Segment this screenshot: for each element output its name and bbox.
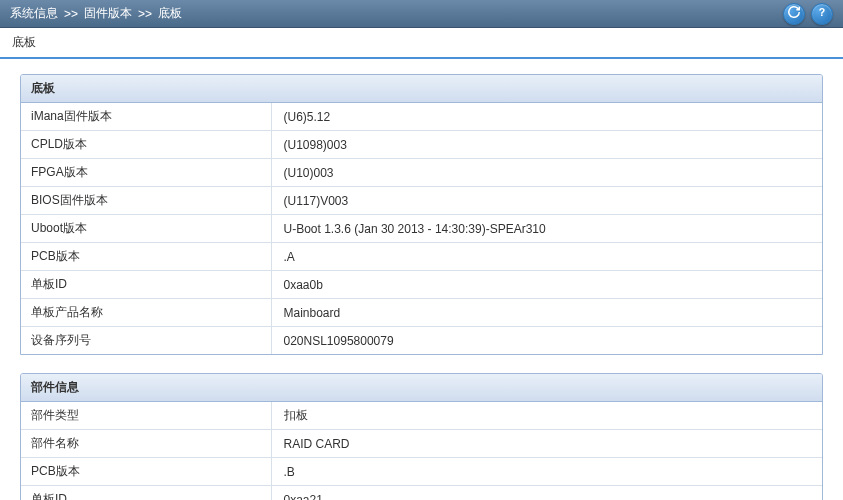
sub-header-title: 底板 [12,35,36,49]
row-value: 0xaa0b [271,271,822,299]
breadcrumb: 系统信息 >> 固件版本 >> 底板 [10,5,182,22]
breadcrumb-item-3[interactable]: 底板 [158,5,182,22]
row-label: 单板ID [21,486,271,501]
svg-text:?: ? [819,6,825,18]
row-value: 0xaa21 [271,486,822,501]
baseboard-table: iMana固件版本 (U6)5.12 CPLD版本 (U1098)003 FPG… [21,103,822,354]
row-label: 设备序列号 [21,327,271,355]
header-actions: ? [783,3,833,25]
table-row: 单板ID 0xaa0b [21,271,822,299]
row-label: PCB版本 [21,243,271,271]
row-label: PCB版本 [21,458,271,486]
row-value: (U10)003 [271,159,822,187]
table-row: PCB版本 .A [21,243,822,271]
row-value: Mainboard [271,299,822,327]
row-label: Uboot版本 [21,215,271,243]
row-value: 020NSL1095800079 [271,327,822,355]
row-label: 部件名称 [21,430,271,458]
row-value: U-Boot 1.3.6 (Jan 30 2013 - 14:30:39)-SP… [271,215,822,243]
row-value: .A [271,243,822,271]
table-row: iMana固件版本 (U6)5.12 [21,103,822,131]
row-label: iMana固件版本 [21,103,271,131]
refresh-icon [787,5,801,22]
row-label: 部件类型 [21,402,271,430]
breadcrumb-sep-2: >> [138,7,152,21]
table-row: 单板产品名称 Mainboard [21,299,822,327]
breadcrumb-item-2[interactable]: 固件版本 [84,5,132,22]
table-row: 部件类型 扣板 [21,402,822,430]
row-value: (U6)5.12 [271,103,822,131]
panel-component-header: 部件信息 [21,374,822,402]
breadcrumb-sep-1: >> [64,7,78,21]
row-label: CPLD版本 [21,131,271,159]
row-label: 单板ID [21,271,271,299]
row-label: 单板产品名称 [21,299,271,327]
row-label: FPGA版本 [21,159,271,187]
row-value: (U117)V003 [271,187,822,215]
table-row: 部件名称 RAID CARD [21,430,822,458]
component-table: 部件类型 扣板 部件名称 RAID CARD PCB版本 .B 单板ID 0xa… [21,402,822,500]
table-row: PCB版本 .B [21,458,822,486]
table-row: Uboot版本 U-Boot 1.3.6 (Jan 30 2013 - 14:3… [21,215,822,243]
row-value: RAID CARD [271,430,822,458]
panel-baseboard: 底板 iMana固件版本 (U6)5.12 CPLD版本 (U1098)003 … [20,74,823,355]
row-value: .B [271,458,822,486]
table-row: CPLD版本 (U1098)003 [21,131,822,159]
breadcrumb-item-1[interactable]: 系统信息 [10,5,58,22]
help-button[interactable]: ? [811,3,833,25]
refresh-button[interactable] [783,3,805,25]
table-row: BIOS固件版本 (U117)V003 [21,187,822,215]
table-row: 单板ID 0xaa21 [21,486,822,501]
row-label: BIOS固件版本 [21,187,271,215]
header-bar: 系统信息 >> 固件版本 >> 底板 ? [0,0,843,28]
panel-baseboard-header: 底板 [21,75,822,103]
sub-header: 底板 [0,28,843,59]
help-icon: ? [815,5,829,22]
row-value: (U1098)003 [271,131,822,159]
panel-component: 部件信息 部件类型 扣板 部件名称 RAID CARD PCB版本 .B 单板I… [20,373,823,500]
table-row: FPGA版本 (U10)003 [21,159,822,187]
table-row: 设备序列号 020NSL1095800079 [21,327,822,355]
content-area: 底板 iMana固件版本 (U6)5.12 CPLD版本 (U1098)003 … [0,59,843,500]
row-value: 扣板 [271,402,822,430]
